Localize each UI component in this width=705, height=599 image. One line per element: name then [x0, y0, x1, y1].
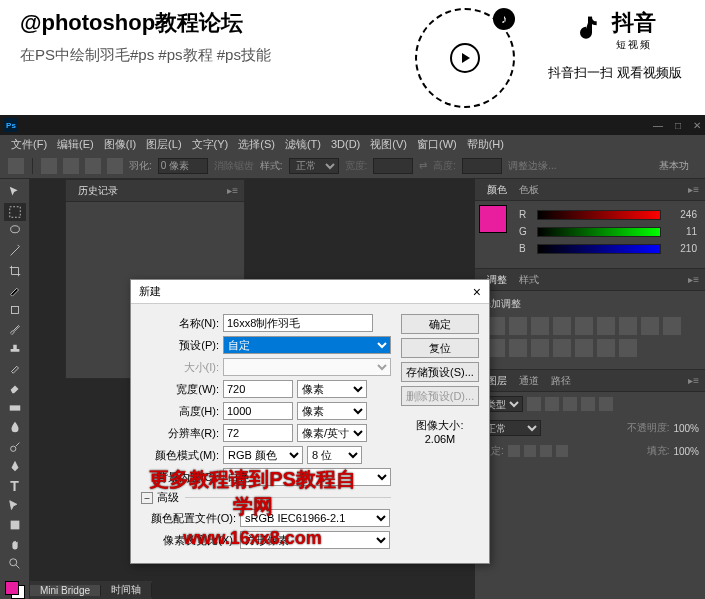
- green-value[interactable]: 11: [667, 226, 697, 237]
- preset-select[interactable]: 自定: [223, 336, 391, 354]
- menu-file[interactable]: 文件(F): [8, 137, 50, 152]
- history-tab[interactable]: 历史记录: [72, 184, 124, 198]
- style-select[interactable]: 正常: [289, 158, 339, 174]
- vibrance-icon[interactable]: [575, 317, 593, 335]
- width-unit-select[interactable]: 像素: [297, 380, 367, 398]
- channels-tab[interactable]: 通道: [513, 374, 545, 388]
- color-swatch[interactable]: [5, 581, 25, 599]
- minimize-button[interactable]: —: [653, 120, 663, 131]
- lookup-icon[interactable]: [509, 339, 527, 357]
- panel-menu-icon[interactable]: ▸≡: [688, 274, 699, 285]
- filter-shape-icon[interactable]: [581, 397, 595, 411]
- dialog-close-button[interactable]: ×: [473, 284, 481, 300]
- curves-icon[interactable]: [531, 317, 549, 335]
- height-unit-select[interactable]: 像素: [297, 402, 367, 420]
- menu-view[interactable]: 视图(V): [367, 137, 410, 152]
- wand-tool-icon[interactable]: [4, 242, 26, 261]
- maximize-button[interactable]: □: [675, 120, 681, 131]
- filter-pixel-icon[interactable]: [527, 397, 541, 411]
- menu-edit[interactable]: 编辑(E): [54, 137, 97, 152]
- mini-bridge-tab[interactable]: Mini Bridge: [30, 585, 101, 596]
- refine-edge-button[interactable]: 调整边缘...: [508, 159, 556, 173]
- menu-select[interactable]: 选择(S): [235, 137, 278, 152]
- menu-3d[interactable]: 3D(D): [328, 138, 363, 150]
- gradient-map-icon[interactable]: [597, 339, 615, 357]
- threshold-icon[interactable]: [575, 339, 593, 357]
- eraser-tool-icon[interactable]: [4, 379, 26, 398]
- eyedropper-tool-icon[interactable]: [4, 281, 26, 300]
- lock-transparency-icon[interactable]: [508, 445, 520, 457]
- gradient-tool-icon[interactable]: [4, 398, 26, 417]
- menu-layer[interactable]: 图层(L): [143, 137, 184, 152]
- feather-input[interactable]: [158, 158, 208, 174]
- red-slider[interactable]: [537, 210, 661, 220]
- shape-tool-icon[interactable]: [4, 516, 26, 535]
- filter-type-icon[interactable]: [563, 397, 577, 411]
- type-tool-icon[interactable]: T: [4, 477, 26, 496]
- brush-tool-icon[interactable]: [4, 320, 26, 339]
- menu-type[interactable]: 文字(Y): [189, 137, 232, 152]
- dodge-tool-icon[interactable]: [4, 438, 26, 457]
- bw-icon[interactable]: [641, 317, 659, 335]
- selection-new-icon[interactable]: [41, 158, 57, 174]
- lock-pixels-icon[interactable]: [524, 445, 536, 457]
- width-input[interactable]: [223, 380, 293, 398]
- healing-tool-icon[interactable]: [4, 300, 26, 319]
- tool-preset-icon[interactable]: [8, 158, 24, 174]
- cancel-button[interactable]: 复位: [401, 338, 479, 358]
- fill-value[interactable]: 100%: [673, 446, 699, 457]
- filter-adjust-icon[interactable]: [545, 397, 559, 411]
- lock-position-icon[interactable]: [540, 445, 552, 457]
- marquee-tool-icon[interactable]: [4, 203, 26, 222]
- levels-icon[interactable]: [509, 317, 527, 335]
- selection-intersect-icon[interactable]: [107, 158, 123, 174]
- blur-tool-icon[interactable]: [4, 418, 26, 437]
- panel-menu-icon[interactable]: ▸≡: [688, 184, 699, 195]
- lock-all-icon[interactable]: [556, 445, 568, 457]
- resolution-unit-select[interactable]: 像素/英寸: [297, 424, 367, 442]
- green-slider[interactable]: [537, 227, 661, 237]
- hand-tool-icon[interactable]: [4, 535, 26, 554]
- swatches-tab[interactable]: 色板: [513, 183, 545, 197]
- panel-menu-icon[interactable]: ▸≡: [227, 185, 238, 196]
- bit-depth-select[interactable]: 8 位: [307, 446, 362, 464]
- path-tool-icon[interactable]: [4, 496, 26, 515]
- opacity-value[interactable]: 100%: [673, 423, 699, 434]
- blue-value[interactable]: 210: [667, 243, 697, 254]
- lasso-tool-icon[interactable]: [4, 222, 26, 241]
- invert-icon[interactable]: [531, 339, 549, 357]
- color-preview[interactable]: [479, 205, 507, 233]
- resolution-input[interactable]: [223, 424, 293, 442]
- color-balance-icon[interactable]: [619, 317, 637, 335]
- exposure-icon[interactable]: [553, 317, 571, 335]
- blue-slider[interactable]: [537, 244, 661, 254]
- history-brush-tool-icon[interactable]: [4, 359, 26, 378]
- color-tab[interactable]: 颜色: [481, 183, 513, 197]
- timeline-tab[interactable]: 时间轴: [101, 583, 152, 597]
- close-button[interactable]: ✕: [693, 120, 701, 131]
- styles-tab[interactable]: 样式: [513, 273, 545, 287]
- zoom-tool-icon[interactable]: [4, 555, 26, 574]
- crop-tool-icon[interactable]: [4, 261, 26, 280]
- foreground-color-icon[interactable]: [5, 581, 19, 595]
- hue-icon[interactable]: [597, 317, 615, 335]
- photo-filter-icon[interactable]: [663, 317, 681, 335]
- width-input[interactable]: [373, 158, 413, 174]
- paths-tab[interactable]: 路径: [545, 374, 577, 388]
- height-input[interactable]: [462, 158, 502, 174]
- pen-tool-icon[interactable]: [4, 457, 26, 476]
- filter-smart-icon[interactable]: [599, 397, 613, 411]
- selection-subtract-icon[interactable]: [85, 158, 101, 174]
- selective-color-icon[interactable]: [619, 339, 637, 357]
- selection-add-icon[interactable]: [63, 158, 79, 174]
- ok-button[interactable]: 确定: [401, 314, 479, 334]
- blend-mode-select[interactable]: 正常: [481, 420, 541, 436]
- stamp-tool-icon[interactable]: [4, 340, 26, 359]
- color-mode-select[interactable]: RGB 颜色: [223, 446, 303, 464]
- posterize-icon[interactable]: [553, 339, 571, 357]
- menu-window[interactable]: 窗口(W): [414, 137, 460, 152]
- panel-menu-icon[interactable]: ▸≡: [688, 375, 699, 386]
- move-tool-icon[interactable]: [4, 183, 26, 202]
- height-input[interactable]: [223, 402, 293, 420]
- name-input[interactable]: [223, 314, 373, 332]
